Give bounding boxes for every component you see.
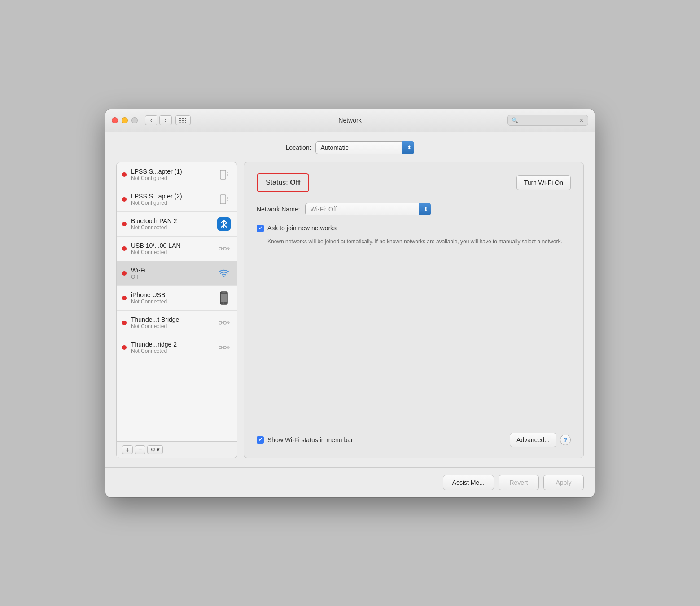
svg-rect-15: [222, 292, 226, 293]
ask-join-label: Ask to join new networks: [267, 224, 337, 232]
remove-network-button[interactable]: −: [135, 445, 145, 454]
footer: Assist Me... Revert Apply: [105, 467, 595, 497]
item-name-thunder1: Thunde...t Bridge: [131, 316, 212, 323]
status-dot-wifi: [122, 271, 127, 276]
show-wifi-checkmark-icon: ✓: [258, 437, 262, 443]
assist-me-button[interactable]: Assist Me...: [443, 475, 494, 490]
sidebar-item-thunder2[interactable]: Thunde...ridge 2 Not Connected: [117, 335, 237, 360]
detail-bottom-buttons: Advanced... ?: [510, 433, 571, 447]
sidebar-item-usb-lan[interactable]: USB 10/...00 LAN Not Connected: [117, 237, 237, 261]
ethernet-icon-usb: [216, 241, 232, 256]
back-button[interactable]: ‹: [145, 115, 158, 125]
svg-rect-16: [221, 294, 227, 302]
item-name-usb-lan: USB 10/...00 LAN: [131, 242, 212, 249]
svg-point-12: [223, 247, 226, 250]
show-wifi-row: ✓ Show Wi-Fi status in menu bar: [257, 436, 353, 444]
gear-icon: ⚙: [150, 446, 156, 453]
main-area: LPSS S...apter (1) Not Configured: [116, 162, 584, 458]
status-dot-bluetooth: [122, 222, 127, 226]
status-dot-iphone-usb: [122, 296, 127, 300]
search-bar[interactable]: 🔍 ✕: [508, 115, 588, 126]
ask-join-checkbox[interactable]: ✓: [257, 225, 264, 232]
close-button[interactable]: [112, 117, 118, 123]
turn-wifi-button[interactable]: Turn Wi-Fi On: [516, 175, 571, 190]
status-dot-lpss1: [122, 172, 127, 177]
ask-join-row: ✓ Ask to join new networks: [257, 224, 571, 232]
svg-point-1: [223, 177, 223, 178]
apps-button[interactable]: [175, 115, 191, 125]
svg-point-18: [219, 321, 222, 324]
show-wifi-checkbox[interactable]: ✓: [257, 436, 264, 444]
gear-chevron-icon: ▾: [157, 446, 160, 453]
sidebar-item-wifi[interactable]: Wi-Fi Off: [117, 261, 237, 286]
gear-menu-button[interactable]: ⚙ ▾: [147, 445, 163, 454]
detail-bottom-row: ✓ Show Wi-Fi status in menu bar Advanced…: [257, 433, 571, 447]
status-dot-thunder1: [122, 321, 127, 325]
sidebar-item-lpss1[interactable]: LPSS S...apter (1) Not Configured: [117, 162, 237, 187]
item-name-iphone-usb: iPhone USB: [131, 291, 212, 299]
status-label: Status:: [266, 179, 288, 186]
sidebar-item-iphone-usb[interactable]: iPhone USB Not Connected: [117, 286, 237, 311]
item-status-wifi: Off: [131, 274, 212, 280]
item-status-bluetooth: Not Connected: [131, 224, 212, 231]
phone-icon-lpss2: [216, 192, 232, 207]
item-name-lpss1: LPSS S...apter (1): [131, 168, 212, 175]
location-label: Location:: [286, 144, 311, 151]
ethernet-icon-thunder2: [216, 340, 232, 355]
maximize-button[interactable]: [131, 117, 138, 123]
item-status-lpss1: Not Configured: [131, 175, 212, 181]
ask-join-description: Known networks will be joined automatica…: [267, 237, 571, 246]
window-title: Network: [338, 117, 361, 124]
item-name-bluetooth: Bluetooth PAN 2: [131, 217, 212, 224]
status-dot-thunder2: [122, 345, 127, 350]
revert-button[interactable]: Revert: [499, 475, 539, 490]
item-status-thunder1: Not Connected: [131, 323, 212, 329]
item-name-wifi: Wi-Fi: [131, 267, 212, 274]
location-select-wrap: Automatic ⬍: [315, 141, 414, 154]
nav-buttons: ‹ ›: [145, 115, 172, 125]
advanced-button[interactable]: Advanced...: [510, 433, 556, 447]
help-button[interactable]: ?: [560, 435, 571, 445]
status-box: Status: Off: [257, 173, 309, 192]
network-window: ‹ › Network 🔍 ✕ Location: Automatic: [105, 109, 595, 497]
titlebar: ‹ › Network 🔍 ✕: [105, 109, 595, 132]
location-select[interactable]: Automatic: [315, 141, 414, 154]
svg-point-6: [223, 202, 223, 202]
bluetooth-icon: [216, 216, 232, 232]
item-name-thunder2: Thunde...ridge 2: [131, 341, 212, 348]
network-name-select[interactable]: Wi-Fi: Off: [305, 203, 431, 215]
content-area: Location: Automatic ⬍ LPSS S...apter (1): [105, 132, 595, 467]
location-row: Location: Automatic ⬍: [116, 141, 584, 154]
item-status-lpss2: Not Configured: [131, 200, 212, 206]
network-name-row: Network Name: Wi-Fi: Off ⬍: [257, 203, 571, 215]
add-network-button[interactable]: +: [122, 445, 133, 454]
status-value: Off: [290, 179, 300, 186]
svg-point-20: [223, 321, 226, 324]
network-name-label: Network Name:: [257, 206, 300, 213]
network-name-select-wrap: Wi-Fi: Off ⬍: [305, 203, 431, 215]
item-name-lpss2: LPSS S...apter (2): [131, 193, 212, 200]
sidebar-item-thunder1[interactable]: Thunde...t Bridge Not Connected: [117, 311, 237, 335]
status-dot-usb-lan: [122, 246, 127, 251]
item-status-thunder2: Not Connected: [131, 348, 212, 354]
sidebar-item-bluetooth[interactable]: Bluetooth PAN 2 Not Connected: [117, 212, 237, 237]
item-status-usb-lan: Not Connected: [131, 249, 212, 255]
minimize-button[interactable]: [122, 117, 128, 123]
forward-button[interactable]: ›: [159, 115, 172, 125]
ethernet-icon-thunder1: [216, 315, 232, 330]
wifi-icon: [216, 266, 232, 281]
phone-icon-lpss1: [216, 167, 232, 182]
item-status-iphone-usb: Not Connected: [131, 299, 212, 305]
svg-point-24: [223, 346, 226, 349]
sidebar-item-lpss2[interactable]: LPSS S...apter (2) Not Configured: [117, 187, 237, 212]
sidebar-bottom-bar: + − ⚙ ▾: [117, 441, 237, 458]
grid-icon: [179, 118, 187, 123]
detail-panel: Status: Off Turn Wi-Fi On Network Name: …: [244, 162, 584, 458]
sidebar: LPSS S...apter (1) Not Configured: [116, 162, 237, 458]
search-clear-icon[interactable]: ✕: [579, 117, 584, 124]
search-icon: 🔍: [512, 117, 518, 123]
svg-point-17: [223, 302, 225, 303]
apply-button[interactable]: Apply: [543, 475, 584, 490]
sidebar-list: LPSS S...apter (1) Not Configured: [117, 162, 237, 441]
status-dot-lpss2: [122, 197, 127, 202]
